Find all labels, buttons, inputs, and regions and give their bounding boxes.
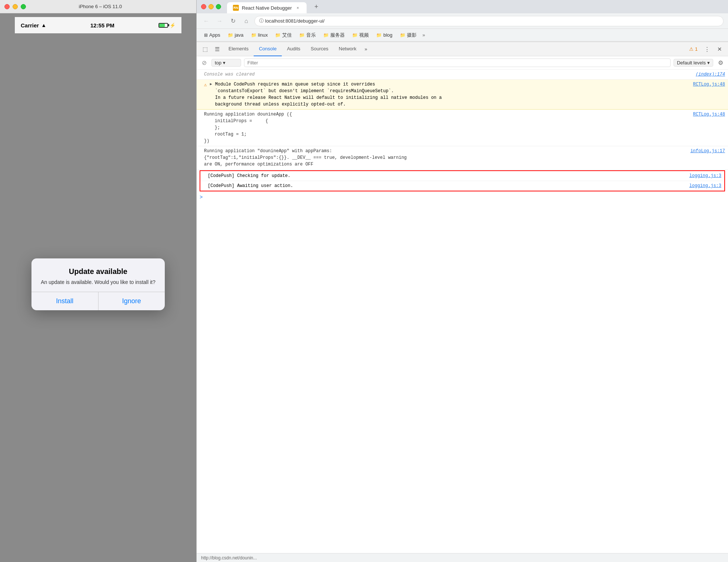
console-output: Console was cleared (index):174 ⚠ ▶ Modu… <box>197 70 728 553</box>
tab-network[interactable]: Network <box>334 42 362 56</box>
lock-icon: ⓘ <box>259 18 264 24</box>
levels-selector[interactable]: Default levels ▾ <box>674 59 713 67</box>
warn-expand-arrow[interactable]: ▶ <box>210 81 212 87</box>
alert-buttons: Install Ignore <box>31 292 165 310</box>
refresh-button[interactable]: ↻ <box>228 16 238 26</box>
warn-triangle-icon: ⚠ <box>204 81 207 89</box>
codepush-text-1: [CodePush] Checking for update. <box>208 173 681 179</box>
devtools-panel: ⬚ ☰ Elements Console Audits Sources Netw… <box>197 41 728 562</box>
folder-music-icon: 📁 <box>299 33 305 38</box>
chrome-minimize-btn[interactable] <box>208 4 214 9</box>
console-prompt[interactable]: > <box>197 192 728 203</box>
cleared-text: Console was cleared <box>204 71 687 78</box>
new-tab-button[interactable]: + <box>310 0 323 13</box>
chrome-traffic-lights <box>201 4 221 9</box>
devtools-close-btn[interactable]: ✕ <box>714 44 725 55</box>
address-bar[interactable]: ⓘ localhost:8081/debugger-ui/ <box>254 16 724 26</box>
tab-audits-label: Audits <box>287 46 300 51</box>
context-selector[interactable]: top ▾ <box>211 59 241 67</box>
home-button[interactable]: ⌂ <box>241 16 251 26</box>
context-value: top <box>215 60 221 66</box>
devtools-toolbar: ⬚ ☰ Elements Console Audits Sources Netw… <box>197 42 728 56</box>
log-running-app-text: Running application dounineApp ({ initia… <box>204 111 684 144</box>
tab-elements[interactable]: Elements <box>223 42 254 56</box>
chrome-active-tab[interactable]: RN React Native Debugger × <box>227 2 307 13</box>
codepush-source-1[interactable]: logging.js:3 <box>684 173 721 179</box>
log-appparams-source[interactable]: infoLog.js:17 <box>684 148 725 154</box>
ignore-button[interactable]: Ignore <box>98 292 165 310</box>
bookmark-video[interactable]: 📁 视频 <box>349 31 372 39</box>
alert-overlay: Update available An update is available.… <box>15 33 181 535</box>
bottom-url: http://blog.csdn.net/dounin... <box>201 555 257 561</box>
tab-elements-label: Elements <box>228 46 248 51</box>
console-warn-line: ⚠ ▶ Module CodePush requires main queue … <box>197 80 728 110</box>
alert-message: An update is available. Would you like t… <box>39 279 157 286</box>
devtools-tabs: Elements Console Audits Sources Network … <box>223 42 686 56</box>
alert-title: Update available <box>39 267 157 276</box>
console-filterbar: ⊘ top ▾ Default levels ▾ ⚙ <box>197 56 728 70</box>
filter-input[interactable] <box>244 58 671 67</box>
codepush-group: [CodePush] Checking for update. logging.… <box>200 170 725 191</box>
iphone-frame: Carrier ▲ 12:55 PM ⚡ Update available <box>15 17 181 535</box>
tab-sources[interactable]: Sources <box>305 42 334 56</box>
bookmark-blog-label: blog <box>383 32 393 38</box>
chrome-addressbar: ← → ↻ ⌂ ⓘ localhost:8081/debugger-ui/ <box>197 13 728 29</box>
bookmark-linux-label: linux <box>258 32 268 38</box>
bookmark-server-label: 服务器 <box>330 32 345 39</box>
tab-console[interactable]: Console <box>254 42 282 56</box>
codepush-source-2[interactable]: logging.js:3 <box>684 183 721 189</box>
console-settings-btn[interactable]: ⚙ <box>716 58 725 67</box>
folder-linux-icon: 📁 <box>251 33 257 38</box>
bookmark-blog[interactable]: 📁 blog <box>373 31 395 39</box>
warning-badge: ⚠ 1 <box>687 46 700 53</box>
console-log-running-app: Running application dounineApp ({ initia… <box>197 110 728 146</box>
tab-console-label: Console <box>259 46 277 51</box>
bookmark-photography[interactable]: 📁 摄影 <box>397 31 420 39</box>
carrier-label: Carrier <box>21 22 39 29</box>
address-text: localhost:8081/debugger-ui/ <box>265 18 324 24</box>
bookmarks-more[interactable]: » <box>421 31 427 39</box>
install-button[interactable]: Install <box>31 292 98 310</box>
codepush-text-2: [CodePush] Awaiting user action. <box>208 183 681 189</box>
chrome-window: RN React Native Debugger × + ← → ↻ ⌂ ⓘ l… <box>196 0 728 562</box>
bookmark-aijia[interactable]: 📁 艾佳 <box>272 31 295 39</box>
chrome-maximize-btn[interactable] <box>216 4 221 9</box>
bookmark-photo-label: 摄影 <box>407 32 417 39</box>
tabs-more[interactable]: » <box>361 44 370 54</box>
back-button[interactable]: ← <box>201 16 211 26</box>
bookmark-music[interactable]: 📁 音乐 <box>296 31 319 39</box>
levels-value: Default levels <box>677 60 706 66</box>
codepush-line-1: [CodePush] Checking for update. logging.… <box>200 171 724 181</box>
bookmark-linux[interactable]: 📁 linux <box>248 31 271 39</box>
chrome-bottombar: http://blog.csdn.net/dounin... <box>197 553 728 562</box>
device-toolbar-btn[interactable]: ☰ <box>211 44 223 55</box>
tab-audits[interactable]: Audits <box>282 42 305 56</box>
bookmark-java[interactable]: 📁 java <box>225 31 247 39</box>
status-left: Carrier ▲ <box>21 22 46 29</box>
forward-button[interactable]: → <box>214 16 225 26</box>
folder-blog-icon: 📁 <box>376 33 382 38</box>
tab-title: React Native Debugger <box>242 5 292 11</box>
tab-close-btn[interactable]: × <box>295 5 301 11</box>
warning-triangle-icon: ⚠ <box>689 46 694 52</box>
devtools-menu-btn[interactable]: ⋮ <box>701 44 712 55</box>
wifi-icon: ▲ <box>41 22 46 28</box>
console-cleared-line: Console was cleared (index):174 <box>197 70 728 80</box>
warn-source[interactable]: RCTLog.js:48 <box>687 81 725 88</box>
tab-favicon: RN <box>233 5 239 11</box>
context-dropdown-icon: ▾ <box>223 60 226 66</box>
bookmark-server[interactable]: 📁 服务器 <box>320 31 348 39</box>
chrome-close-btn[interactable] <box>201 4 206 9</box>
bookmark-apps[interactable]: ⊞ Apps <box>201 31 223 39</box>
block-icon[interactable]: ⊘ <box>200 58 208 67</box>
cleared-source[interactable]: (index):174 <box>690 71 725 78</box>
devtools-toolbar-right: ⚠ 1 ⋮ ✕ <box>687 44 725 55</box>
bookmark-video-label: 视频 <box>359 32 369 39</box>
bookmarks-more-label: » <box>423 32 425 38</box>
log-running-app-source[interactable]: RCTLog.js:48 <box>687 111 725 118</box>
prompt-arrow-icon: > <box>200 194 203 200</box>
iphone-statusbar: Carrier ▲ 12:55 PM ⚡ <box>15 17 181 33</box>
folder-java-icon: 📁 <box>228 33 233 38</box>
tab-sources-label: Sources <box>311 46 328 51</box>
inspect-element-btn[interactable]: ⬚ <box>200 44 211 55</box>
